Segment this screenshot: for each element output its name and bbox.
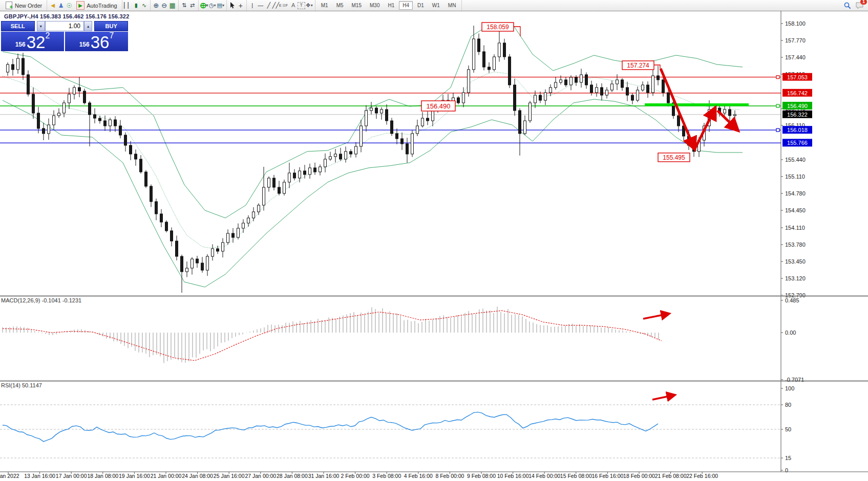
svg-text:154.450: 154.450 bbox=[785, 207, 806, 213]
svg-text:19 Jan 16:00: 19 Jan 16:00 bbox=[119, 473, 150, 479]
svg-text:16 Feb 16:00: 16 Feb 16:00 bbox=[591, 473, 623, 479]
svg-text:15: 15 bbox=[785, 455, 791, 461]
volume-input[interactable] bbox=[45, 21, 84, 31]
svg-text:10 Feb 16:00: 10 Feb 16:00 bbox=[497, 473, 529, 479]
timeframe-M30[interactable]: M30 bbox=[366, 1, 383, 10]
news-horn-icon[interactable]: ◄ bbox=[49, 2, 57, 9]
community-icon[interactable]: ♟ bbox=[57, 2, 65, 9]
template-icon[interactable]: ▤▾ bbox=[217, 2, 225, 9]
signals-icon[interactable]: ☉ bbox=[65, 2, 73, 9]
timeframe-D1[interactable]: D1 bbox=[414, 1, 428, 10]
arrange-vertical-icon[interactable]: ⇅ bbox=[180, 2, 188, 9]
chart-canvas[interactable]: 158.059157.274156.490155.495158.100157.7… bbox=[0, 11, 868, 481]
new-order-icon: + bbox=[5, 2, 13, 9]
svg-text:158.059: 158.059 bbox=[486, 24, 509, 31]
buy-price-sup: 7 bbox=[109, 32, 114, 39]
line-chart-type-icon[interactable]: ∿ bbox=[140, 2, 149, 9]
autotrading-label: AutoTrading bbox=[87, 3, 117, 9]
sell-price-sup: 2 bbox=[45, 32, 50, 39]
buy-button[interactable]: BUY bbox=[94, 21, 128, 31]
svg-text:154.780: 154.780 bbox=[785, 190, 806, 196]
svg-text:157.770: 157.770 bbox=[785, 37, 806, 43]
crosshair-icon[interactable]: + bbox=[237, 2, 245, 9]
svg-text:0.485: 0.485 bbox=[785, 297, 799, 303]
timeframe-H4[interactable]: H4 bbox=[399, 1, 413, 10]
channel-icon[interactable]: ╱╱E bbox=[273, 2, 281, 9]
timeframe-M1[interactable]: M1 bbox=[317, 1, 332, 10]
fibonacci-icon[interactable]: ≡F bbox=[281, 2, 289, 9]
one-click-trading-panel: SELL ▼ ▲ BUY 156 32 2 156 36 7 bbox=[1, 21, 128, 51]
candlestick-type-icon[interactable]: ▮ bbox=[132, 2, 140, 9]
notification-badge: 1 bbox=[860, 0, 867, 5]
timeframe-MN[interactable]: MN bbox=[444, 1, 460, 10]
text-icon[interactable]: A bbox=[289, 2, 298, 9]
period-clock-icon[interactable]: ◷▾ bbox=[208, 2, 217, 9]
svg-text:153.120: 153.120 bbox=[785, 275, 806, 281]
svg-text:155.110: 155.110 bbox=[785, 173, 805, 180]
svg-text:154.110: 154.110 bbox=[785, 225, 805, 231]
macd-label: MACD(12,26,9) -0.1041 -0.1231 bbox=[1, 297, 81, 303]
text-label-icon[interactable]: T bbox=[298, 2, 305, 9]
chart-symbol-header: GBPJPY-,H4 156.383 156.462 156.176 156.3… bbox=[4, 13, 129, 19]
svg-text:22 Feb 16:00: 22 Feb 16:00 bbox=[686, 473, 718, 479]
timeframe-group: M1M5M15M30H1H4D1W1MN bbox=[315, 0, 462, 11]
svg-text:18 Feb 00:00: 18 Feb 00:00 bbox=[623, 473, 655, 479]
svg-text:156.490: 156.490 bbox=[787, 103, 808, 109]
sell-price-prefix: 156 bbox=[15, 41, 26, 48]
trendline-icon[interactable]: ╱ bbox=[265, 2, 273, 9]
macd-pane: 0.4850.00-0.7071MACD(12,26,9) -0.1041 -0… bbox=[1, 297, 804, 383]
sell-button[interactable]: SELL bbox=[1, 21, 35, 31]
buy-price-prefix: 156 bbox=[79, 41, 90, 48]
svg-text:-0.7071: -0.7071 bbox=[785, 377, 804, 383]
search-icon[interactable] bbox=[843, 2, 852, 9]
main-chart-pane: 158.059157.274156.490155.495 bbox=[0, 23, 781, 293]
svg-text:Jan 2022: Jan 2022 bbox=[0, 473, 19, 479]
svg-text:157.440: 157.440 bbox=[785, 54, 806, 60]
line-drag-handle bbox=[776, 104, 779, 107]
vertical-line-icon[interactable]: | bbox=[248, 2, 257, 9]
svg-text:2 Feb 00:00: 2 Feb 00:00 bbox=[341, 473, 370, 479]
timeframe-W1[interactable]: W1 bbox=[429, 1, 443, 10]
autotrading-button[interactable]: ▶ AutoTrading bbox=[73, 0, 120, 11]
svg-text:3 Feb 08:00: 3 Feb 08:00 bbox=[372, 473, 401, 479]
add-indicator-icon[interactable]: ⨁▾ bbox=[200, 2, 208, 9]
buy-price-big: 36 bbox=[91, 35, 110, 50]
volume-increase-button[interactable]: ▲ bbox=[84, 21, 92, 31]
svg-text:158.100: 158.100 bbox=[785, 20, 806, 27]
svg-text:50: 50 bbox=[785, 426, 791, 432]
sell-price-big: 32 bbox=[27, 35, 46, 50]
timeframe-M5[interactable]: M5 bbox=[333, 1, 347, 10]
svg-text:31 Jan 16:00: 31 Jan 16:00 bbox=[308, 473, 340, 479]
svg-text:8 Feb 00:00: 8 Feb 00:00 bbox=[435, 473, 464, 479]
svg-text:156.490: 156.490 bbox=[427, 102, 451, 110]
svg-text:0.00: 0.00 bbox=[785, 330, 796, 336]
svg-text:15 Feb 08:00: 15 Feb 08:00 bbox=[560, 473, 592, 479]
svg-text:17 Jan 00:00: 17 Jan 00:00 bbox=[56, 473, 87, 479]
sell-price-display[interactable]: 156 32 2 bbox=[1, 32, 64, 51]
buy-price-display[interactable]: 156 36 7 bbox=[65, 32, 128, 51]
main-toolbar: + New Order ◄ ♟ ☉ ▶ AutoTrading ▏▏ ▮ ∿ ⊕… bbox=[0, 0, 868, 11]
autotrading-icon: ▶ bbox=[76, 1, 84, 10]
svg-text:155.495: 155.495 bbox=[663, 154, 685, 161]
svg-text:153.780: 153.780 bbox=[785, 242, 806, 248]
horizontal-line-icon[interactable]: — bbox=[257, 2, 265, 9]
new-order-button[interactable]: + New Order bbox=[2, 1, 45, 10]
svg-text:156.322: 156.322 bbox=[787, 112, 808, 118]
timeframe-H1[interactable]: H1 bbox=[384, 1, 398, 10]
svg-text:153.450: 153.450 bbox=[785, 258, 806, 265]
chat-notifications-icon[interactable]: 1 bbox=[855, 2, 864, 9]
line-drag-handle bbox=[776, 128, 779, 132]
volume-decrease-button[interactable]: ▼ bbox=[37, 21, 45, 31]
svg-text:4 Feb 16:00: 4 Feb 16:00 bbox=[404, 473, 433, 479]
zoom-in-icon[interactable]: ⊕ bbox=[152, 2, 160, 9]
bar-chart-type-icon[interactable]: ▏▏ bbox=[124, 2, 132, 9]
arrange-horizontal-icon[interactable]: ⇄ bbox=[188, 2, 197, 9]
shapes-icon[interactable]: ❖▾ bbox=[305, 2, 313, 9]
timeframe-M15[interactable]: M15 bbox=[348, 1, 365, 10]
zoom-out-icon[interactable]: ⊖ bbox=[160, 2, 168, 9]
svg-text:24 Jan 08:00: 24 Jan 08:00 bbox=[182, 473, 213, 479]
mt4-window: { "toolbar": { "new_order_label": "New O… bbox=[0, 0, 868, 481]
cursor-icon[interactable] bbox=[228, 2, 237, 9]
svg-text:21 Feb 08:00: 21 Feb 08:00 bbox=[655, 473, 687, 479]
tile-windows-icon[interactable]: ▦ bbox=[168, 2, 177, 9]
